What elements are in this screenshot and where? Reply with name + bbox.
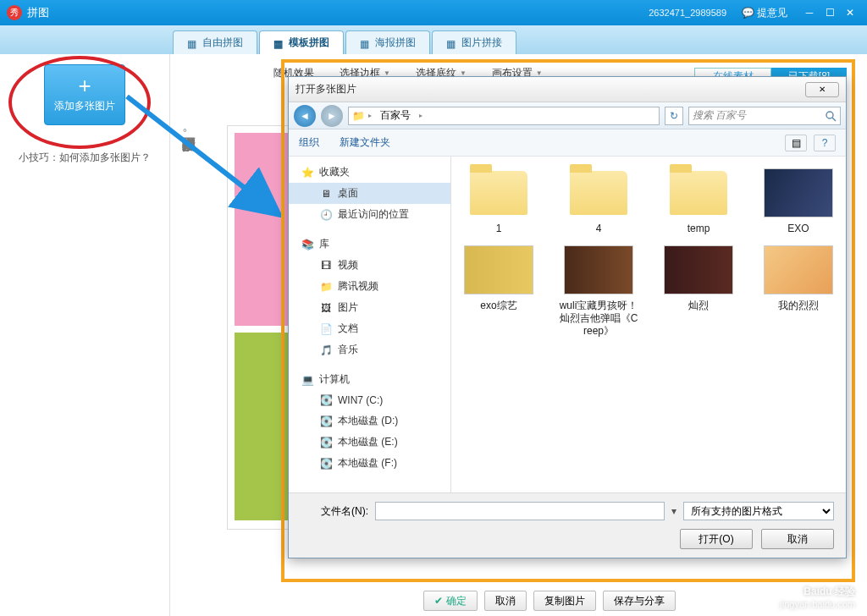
library-icon: 📚 xyxy=(301,238,314,251)
chevron-right-icon: ▸ xyxy=(368,112,372,119)
music-icon: 🎵 xyxy=(319,344,333,357)
check-icon: ✔ xyxy=(434,595,443,607)
speech-icon: 💬 xyxy=(742,7,754,19)
copy-image-button[interactable]: 复制图片 xyxy=(533,591,596,611)
file-name: 灿烈 xyxy=(688,300,709,312)
minimize-button[interactable]: ─ xyxy=(799,4,820,21)
file-item[interactable]: 灿烈 xyxy=(658,244,739,338)
tree-desktop[interactable]: 🖥桌面 xyxy=(289,183,450,204)
view-mode-button[interactable]: ▤ xyxy=(785,135,807,151)
tab-icon: ▦ xyxy=(187,38,197,48)
save-share-button[interactable]: 保存与分享 xyxy=(603,591,676,611)
tree-computer[interactable]: 💻计算机 xyxy=(289,369,450,390)
new-folder-button[interactable]: 新建文件夹 xyxy=(340,135,390,150)
file-item[interactable]: exo综艺 xyxy=(458,244,539,338)
tree-drive-e[interactable]: 💽本地磁盘 (E:) xyxy=(289,432,450,453)
tab-icon: ▦ xyxy=(446,38,456,48)
hint-vertical-text: 图片可以直接拖到模板中哦。 xyxy=(185,127,198,140)
cancel-button[interactable]: 取消 xyxy=(484,591,527,611)
user-id: 2632471_2989589 xyxy=(649,8,726,18)
tab-poster-collage[interactable]: ▦海报拼图 xyxy=(345,30,430,54)
tree-recent[interactable]: 🕘最近访问的位置 xyxy=(289,204,450,225)
sidebar-tip[interactable]: 小技巧：如何添加多张图片？ xyxy=(19,151,151,165)
open-button[interactable]: 打开(O) xyxy=(680,529,753,549)
drive-icon: 💽 xyxy=(319,393,333,407)
bottom-action-bar: ✔确定 取消 复制图片 保存与分享 xyxy=(423,591,676,611)
document-icon: 📄 xyxy=(319,322,333,336)
filename-input[interactable] xyxy=(375,502,665,520)
feedback-link[interactable]: 💬 提意见 xyxy=(742,6,787,20)
file-name: temp xyxy=(688,223,710,235)
tree-videos[interactable]: 🎞视频 xyxy=(289,255,450,276)
tab-template-collage[interactable]: ▦模板拼图 xyxy=(259,30,344,54)
tab-image-join[interactable]: ▦图片拼接 xyxy=(432,30,516,54)
dialog-navbar: ◄ ► 📁 ▸ 百家号 ▸ ↻ 搜索 百家号 xyxy=(289,102,846,129)
left-sidebar: + 添加多张图片 小技巧：如何添加多张图片？ xyxy=(0,54,169,616)
file-item[interactable]: 1 xyxy=(458,167,539,235)
tree-drive-f[interactable]: 💽本地磁盘 (F:) xyxy=(289,453,450,474)
file-item[interactable]: EXO xyxy=(758,167,839,235)
tree-drive-c[interactable]: 💽WIN7 (C:) xyxy=(289,390,450,410)
star-icon: ⭐ xyxy=(301,166,314,179)
breadcrumb[interactable]: 📁 ▸ 百家号 ▸ xyxy=(348,107,660,125)
tab-icon: ▦ xyxy=(273,38,284,48)
image-thumbnail xyxy=(764,168,833,217)
file-item[interactable]: 4 xyxy=(558,167,639,235)
refresh-button[interactable]: ↻ xyxy=(665,107,683,125)
file-item[interactable]: 我的烈烈 xyxy=(758,244,839,338)
file-open-dialog: 打开多张图片 ✕ ◄ ► 📁 ▸ 百家号 ▸ ↻ 搜索 百家号 组织 新建文件夹… xyxy=(288,76,847,558)
dialog-toolbar: 组织 新建文件夹 ▤ ? xyxy=(289,129,846,157)
mode-tabbar: ▦自由拼图 ▦模板拼图 ▦海报拼图 ▦图片拼接 xyxy=(0,25,867,54)
video-icon: 🎞 xyxy=(319,259,333,272)
picture-icon: 🖼 xyxy=(319,301,333,315)
folder-tree: ⭐收藏夹 🖥桌面 🕘最近访问的位置 📚库 🎞视频 📁腾讯视频 🖼图片 📄文档 🎵… xyxy=(289,157,451,492)
filename-label: 文件名(N): xyxy=(301,504,368,519)
file-name: 我的烈烈 xyxy=(778,300,819,312)
app-title: 拼图 xyxy=(27,5,49,20)
tab-free-collage[interactable]: ▦自由拼图 xyxy=(173,30,257,54)
chevron-right-icon: ▸ xyxy=(419,112,422,119)
drive-icon: 💽 xyxy=(319,415,333,428)
breadcrumb-segment[interactable]: 百家号 xyxy=(375,108,416,123)
tree-favorites[interactable]: ⭐收藏夹 xyxy=(289,162,450,183)
tree-music[interactable]: 🎵音乐 xyxy=(289,339,450,360)
folder-icon xyxy=(670,171,727,215)
filter-select[interactable]: 所有支持的图片格式 xyxy=(683,502,834,520)
maximize-button[interactable]: ☐ xyxy=(820,4,840,21)
file-name: 4 xyxy=(596,223,602,235)
image-thumbnail xyxy=(464,245,533,294)
image-thumbnail xyxy=(764,245,833,294)
nav-back-button[interactable]: ◄ xyxy=(294,105,316,127)
tree-pictures[interactable]: 🖼图片 xyxy=(289,297,450,318)
search-input[interactable]: 搜索 百家号 xyxy=(688,107,841,125)
file-list: 14tempEXOexo综艺wuli宝藏男孩呀！灿烈吉他弹唱《Creep》灿烈我… xyxy=(451,157,846,492)
tree-tencent[interactable]: 📁腾讯视频 xyxy=(289,276,450,297)
image-thumbnail xyxy=(664,245,733,294)
folder-icon xyxy=(570,171,627,215)
ok-button[interactable]: ✔确定 xyxy=(423,591,478,611)
dialog-close-button[interactable]: ✕ xyxy=(805,82,839,97)
tree-documents[interactable]: 📄文档 xyxy=(289,318,450,339)
dialog-footer: 文件名(N): ▾ 所有支持的图片格式 打开(O) 取消 xyxy=(289,492,846,558)
help-button[interactable]: ? xyxy=(814,135,836,151)
dialog-cancel-button[interactable]: 取消 xyxy=(761,529,834,549)
tree-drive-d[interactable]: 💽本地磁盘 (D:) xyxy=(289,410,450,432)
file-item[interactable]: temp xyxy=(658,167,739,235)
folder-icon xyxy=(470,171,527,215)
organize-menu[interactable]: 组织 xyxy=(299,135,319,150)
file-item[interactable]: wuli宝藏男孩呀！灿烈吉他弹唱《Creep》 xyxy=(558,244,639,338)
svg-line-2 xyxy=(832,118,836,121)
dialog-body: ⭐收藏夹 🖥桌面 🕘最近访问的位置 📚库 🎞视频 📁腾讯视频 🖼图片 📄文档 🎵… xyxy=(289,157,846,492)
drive-icon: 💽 xyxy=(319,436,333,449)
file-name: exo综艺 xyxy=(480,300,516,312)
computer-icon: 💻 xyxy=(301,373,314,387)
dialog-titlebar: 打开多张图片 ✕ xyxy=(289,77,846,102)
search-icon xyxy=(825,110,837,122)
close-button[interactable]: ✕ xyxy=(840,4,860,21)
recent-icon: 🕘 xyxy=(319,208,333,222)
tree-libraries[interactable]: 📚库 xyxy=(289,234,450,255)
image-thumbnail xyxy=(564,245,633,294)
drive-icon: 💽 xyxy=(319,457,333,470)
nav-forward-button[interactable]: ► xyxy=(321,105,343,127)
add-images-button[interactable]: + 添加多张图片 xyxy=(44,64,125,125)
